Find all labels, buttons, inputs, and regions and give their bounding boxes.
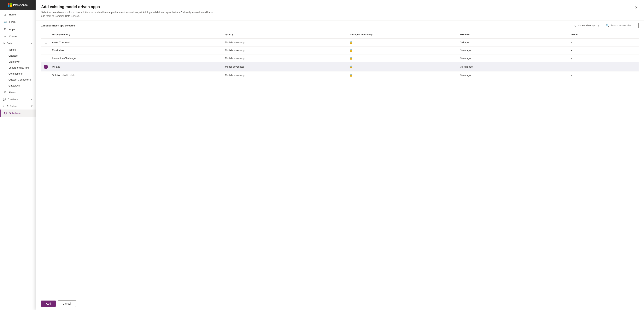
row-checkbox[interactable] (41, 46, 50, 54)
row-checkbox[interactable] (41, 54, 50, 62)
row-modified: 3 mo ago (459, 71, 569, 79)
th-managed: Managed externally? (348, 31, 458, 39)
sidebar-item-create[interactable]: + Create (0, 33, 36, 40)
sidebar-item-label: Gateways (8, 84, 20, 87)
main-area: + New ∨ + Add existing Solutions > My so… (36, 0, 644, 310)
chevron-up-icon: ∧ (31, 42, 33, 45)
chevron-down-icon: ∨ (598, 24, 599, 27)
sidebar-item-label: Connections (8, 72, 22, 75)
sidebar-item-label: Data (7, 42, 12, 45)
hamburger-button[interactable]: ☰ (2, 2, 6, 7)
sidebar-item-apps[interactable]: ⊞ Apps (0, 25, 36, 33)
sidebar-item-ai-builder[interactable]: ✦ AI Builder ∨ (0, 103, 36, 110)
selected-count: 1 model-driven app selected (41, 24, 75, 27)
row-checkbox[interactable]: ✓ (41, 62, 50, 71)
sort-icon: ∨ (68, 33, 70, 36)
chatbots-icon: 💬 (3, 98, 6, 101)
sidebar-item-chatbots[interactable]: 💬 Chatbots ∨ (0, 96, 36, 103)
sidebar-item-label: Custom Connectors (8, 78, 31, 81)
table-row[interactable]: ✓ My app Model-driven app 🔒 34 min ago - (41, 62, 638, 71)
data-subnav: Tables Choices Dataflows Export to data … (0, 47, 36, 89)
row-owner: - (569, 38, 638, 46)
row-owner: - (569, 62, 638, 71)
close-button[interactable]: ✕ (634, 5, 638, 10)
chevron-down-icon: ∨ (31, 98, 33, 101)
sidebar-item-label: Apps (9, 28, 15, 31)
add-button[interactable]: Add (41, 301, 56, 307)
brand-name: Power Apps (13, 3, 28, 6)
sidebar-item-connections[interactable]: Connections (3, 71, 36, 77)
lock-icon: 🔒 (350, 74, 352, 77)
modal-title: Add existing model-driven apps (41, 5, 215, 9)
modal-header: Add existing model-driven apps Select mo… (36, 0, 644, 20)
lock-icon: 🔒 (350, 41, 352, 44)
row-modified: 34 min ago (459, 62, 569, 71)
sort-display-name[interactable]: Display name ∨ (52, 33, 70, 36)
learn-icon: 📖 (3, 20, 7, 23)
sort-type[interactable]: Type ∨ (225, 33, 233, 36)
ai-builder-icon: ✦ (3, 105, 5, 108)
row-managed: 🔒 (348, 54, 458, 62)
data-icon: ⊙ (3, 42, 5, 45)
row-type: Model-driven app (223, 38, 348, 46)
sidebar-item-gateways[interactable]: Gateways (3, 83, 36, 89)
sidebar: ☰ Power Apps ⌂ Home 📖 Learn ⊞ Apps + Cre… (0, 0, 36, 310)
sidebar-item-label: Choices (8, 54, 18, 57)
row-select-checkbox[interactable] (45, 74, 47, 76)
row-select-checkbox[interactable] (45, 57, 47, 59)
row-checkbox[interactable] (41, 71, 50, 79)
sidebar-item-export[interactable]: Export to data lake (3, 65, 36, 71)
sidebar-item-data[interactable]: ⊙ Data ∧ (0, 40, 36, 47)
row-owner: - (569, 46, 638, 54)
filter-icon: ▽ (574, 24, 576, 27)
row-managed: 🔒 (348, 46, 458, 54)
row-managed: 🔒 (348, 71, 458, 79)
table-row[interactable]: Asset Checkout Model-driven app 🔒 3 d ag… (41, 38, 638, 46)
sidebar-item-custom-connectors[interactable]: Custom Connectors (3, 77, 36, 83)
row-modified: 3 d ago (459, 38, 569, 46)
row-display-name: Solution Health Hub (50, 71, 223, 79)
row-type: Model-driven app (223, 62, 348, 71)
sidebar-item-label: Create (9, 35, 17, 38)
row-checkbox[interactable] (41, 38, 50, 46)
filter-label: Model-driven app (578, 24, 596, 27)
sidebar-item-dataflows[interactable]: Dataflows (3, 59, 36, 65)
modal-body: Display name ∨ Type ∨ Managed externally… (36, 31, 644, 297)
sidebar-nav: ⌂ Home 📖 Learn ⊞ Apps + Create ⊙ Data ∧ … (0, 10, 36, 310)
apps-icon: ⊞ (3, 27, 7, 31)
row-type: Model-driven app (223, 46, 348, 54)
lock-icon: 🔒 (350, 65, 352, 68)
row-select-checkbox[interactable] (45, 41, 47, 43)
cancel-button[interactable]: Cancel (58, 300, 76, 307)
row-display-name: My app (50, 62, 223, 71)
filter-button[interactable]: ▽ Model-driven app ∨ (572, 23, 602, 28)
row-select-checkbox[interactable] (45, 49, 47, 51)
row-owner: - (569, 54, 638, 62)
search-box[interactable]: 🔍 (604, 23, 638, 28)
sidebar-item-label: Export to data lake (8, 66, 30, 69)
sidebar-item-label: AI Builder (7, 105, 18, 108)
row-type: Model-driven app (223, 71, 348, 79)
table-row[interactable]: Innovation Challenge Model-driven app 🔒 … (41, 54, 638, 62)
sidebar-item-home[interactable]: ⌂ Home (0, 11, 36, 18)
th-owner: Owner (569, 31, 638, 39)
row-type: Model-driven app (223, 54, 348, 62)
sidebar-item-solutions[interactable]: ⬡ Solutions (0, 110, 36, 117)
sidebar-item-choices[interactable]: Choices (3, 53, 36, 59)
table-row[interactable]: Fundraiser Model-driven app 🔒 3 mo ago - (41, 46, 638, 54)
table-row[interactable]: Solution Health Hub Model-driven app 🔒 3… (41, 71, 638, 79)
lock-icon: 🔒 (350, 57, 352, 60)
sidebar-item-tables[interactable]: Tables (3, 47, 36, 53)
create-icon: + (3, 35, 7, 38)
search-input[interactable] (610, 24, 638, 27)
row-managed: 🔒 (348, 38, 458, 46)
sidebar-item-flows[interactable]: ⟳ Flows (0, 89, 36, 96)
sidebar-item-label: Tables (8, 48, 16, 51)
modal-footer: Add Cancel (36, 297, 644, 310)
sort-icon: ∨ (231, 33, 233, 36)
flows-icon: ⟳ (3, 91, 7, 94)
sidebar-item-label: Flows (9, 91, 16, 94)
row-modified: 3 mo ago (459, 54, 569, 62)
sidebar-item-learn[interactable]: 📖 Learn (0, 18, 36, 25)
search-icon: 🔍 (606, 24, 609, 27)
